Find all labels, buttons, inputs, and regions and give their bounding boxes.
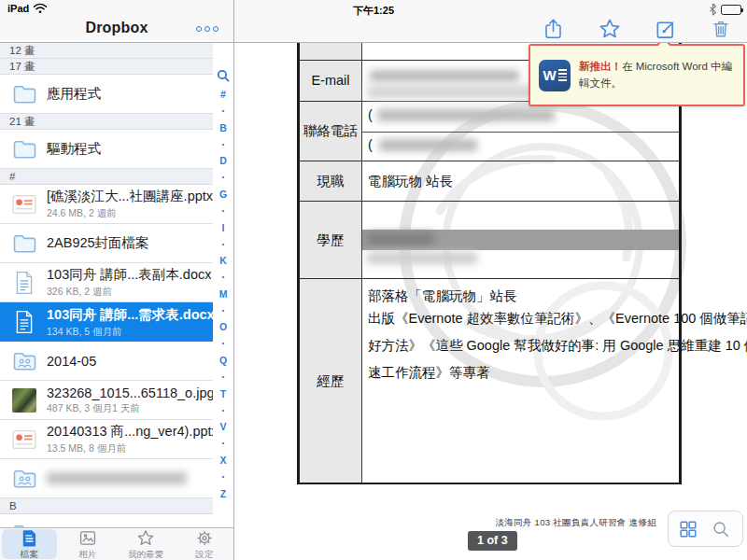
bluetooth-icon — [709, 3, 717, 16]
bottom-tab-bar: 檔案 相片 我的最愛 — [0, 527, 233, 560]
table-row-job: 現職 電腦玩物 站長 — [300, 161, 679, 202]
files-icon — [20, 528, 39, 548]
index-letter-G[interactable]: G — [219, 189, 227, 200]
folder-icon — [11, 136, 37, 162]
index-letter-K[interactable]: K — [219, 256, 227, 266]
index-letter-M[interactable]: M — [219, 289, 228, 300]
folder-icon — [11, 521, 37, 528]
list-item-shared-folder[interactable]: 2014-05 — [0, 342, 213, 381]
index-letter-B[interactable]: B — [219, 123, 227, 133]
index-dot[interactable]: • — [222, 307, 225, 315]
preview-controls — [668, 511, 743, 547]
list-item-folder[interactable]: Ballloon — [0, 514, 213, 527]
redacted-education-2 — [367, 252, 477, 264]
document-footer-text: 淡海同舟 103 社團負責人研習會 進修組 — [495, 517, 656, 529]
redacted-email — [370, 70, 519, 82]
delete-button[interactable] — [710, 17, 734, 41]
tab-photos[interactable]: 相片 — [61, 529, 116, 559]
index-dot[interactable]: • — [222, 373, 225, 381]
tab-settings[interactable]: 設定 — [177, 529, 233, 559]
sidebar-file-list: 12 畫 17 畫 應用程式 21 畫 驅動程式 # [礁溪淡江大...社團講座… — [0, 43, 233, 527]
status-bar: iPad 下午1:25 — [0, 0, 747, 19]
index-dot[interactable]: • — [222, 473, 225, 481]
gear-icon — [194, 528, 215, 548]
list-item-shared-folder-redacted[interactable] — [0, 459, 213, 498]
document-search-button[interactable] — [711, 518, 733, 540]
section-header: 21 畫 — [0, 114, 233, 130]
document-preview-pane: E-mail 聯絡電話 ( ( 現職 電腦玩物 — [234, 43, 747, 560]
table-row-experience: 經歷 部落格「電腦玩物」站長 出版《Evernote 超效率數位筆記術》、《Ev… — [300, 279, 679, 484]
clock: 下午1:25 — [0, 4, 747, 18]
section-header: 12 畫 — [0, 43, 233, 59]
top-bar: iPad 下午1:25 Dropbox — [0, 0, 747, 43]
microsoft-word-icon: W — [539, 60, 571, 91]
list-item-folder[interactable]: 應用程式 — [0, 75, 213, 114]
list-item-folder[interactable]: 驅動程式 — [0, 130, 213, 169]
alphabet-index: #•B•D•G•I•K•M•O•Q•T•V•X•Z — [213, 43, 233, 527]
document-file-icon — [11, 309, 37, 335]
experience-line-3: 好方法》《這些 Google 幫我做好的事: 用 Google 思維重建 10 … — [368, 332, 673, 359]
pane-divider — [233, 0, 234, 560]
phone-row-divider — [362, 132, 679, 133]
list-item-docx[interactable]: 103同舟 講師...表副本.docx 326 KB, 2 週前 — [0, 263, 213, 302]
index-letter-Q[interactable]: Q — [219, 356, 227, 366]
index-dot[interactable]: • — [222, 340, 225, 347]
page-indicator: 1 of 3 — [468, 531, 517, 551]
experience-line-2: 出版《Evernote 超效率數位筆記術》、《Evernote 100 個做筆記… — [368, 305, 673, 332]
redacted-education-1 — [367, 232, 434, 245]
photo-thumbnail — [11, 387, 37, 413]
list-item-docx-selected[interactable]: 103同舟 講師...需求表.docx 134 KB, 5 個月前 — [0, 302, 213, 342]
redacted-phone-1 — [377, 109, 555, 121]
index-letter-X[interactable]: X — [219, 455, 226, 466]
index-letter-O[interactable]: O — [219, 322, 227, 332]
favorite-star-button[interactable] — [598, 17, 622, 41]
presentation-file-icon — [11, 191, 37, 217]
share-button[interactable] — [542, 17, 566, 41]
index-dot[interactable]: • — [222, 141, 225, 148]
list-item-pptx[interactable]: [礁溪淡江大...社團講座.pptx 24.6 MB, 2 週前 — [0, 185, 213, 224]
index-dot[interactable]: • — [222, 174, 225, 181]
tab-files[interactable]: 檔案 — [2, 529, 57, 559]
resume-table: E-mail 聯絡電話 ( ( 現職 電腦玩物 — [297, 43, 682, 484]
index-letter-I[interactable]: I — [222, 223, 225, 233]
redacted-filename — [47, 472, 187, 484]
index-dot[interactable]: • — [222, 407, 225, 414]
section-header: # — [0, 169, 233, 185]
star-icon — [135, 528, 156, 548]
index-letter-V[interactable]: V — [219, 422, 226, 432]
status-icons — [709, 3, 741, 16]
document-toolbar — [542, 17, 734, 41]
index-dot[interactable]: • — [222, 273, 225, 281]
redacted-phone-2 — [379, 139, 477, 151]
index-letter-#[interactable]: # — [220, 90, 226, 100]
index-letter-Z[interactable]: Z — [220, 489, 226, 499]
more-options-button[interactable] — [196, 26, 218, 32]
shared-folder-icon — [11, 466, 37, 492]
edit-button[interactable] — [654, 17, 678, 41]
list-item-folder[interactable]: 2AB925封面檔案 — [0, 224, 213, 263]
redacted-email-2 — [367, 85, 552, 99]
table-row-education: 學歷 — [300, 202, 679, 279]
index-dot[interactable]: • — [222, 241, 225, 248]
table-row-phone: 聯絡電話 ( ( — [300, 102, 679, 161]
document-file-icon — [11, 270, 37, 296]
thumbnail-grid-button[interactable] — [678, 518, 700, 540]
list-item-photo[interactable]: 323268_1015...65118_o.jpg 487 KB, 3 個月1 … — [0, 381, 213, 420]
section-header: 17 畫 — [0, 59, 233, 75]
word-edit-tooltip[interactable]: W 新推出！在 Microsoft Word 中編輯文件。 — [529, 44, 745, 106]
list-item-pptx[interactable]: 20140313 商...ng_ver4).pptx 13.5 MB, 8 個月… — [0, 420, 213, 459]
shared-folder-icon — [11, 348, 37, 374]
tooltip-text: 新推出！在 Microsoft Word 中編輯文件。 — [579, 59, 735, 92]
index-dot[interactable]: • — [222, 207, 225, 215]
experience-line-4: 速工作流程》等專著 — [368, 359, 673, 386]
index-dot[interactable]: • — [222, 107, 225, 115]
presentation-file-icon — [11, 427, 37, 453]
search-icon[interactable] — [217, 69, 230, 82]
battery-icon — [721, 5, 741, 15]
index-dot[interactable]: • — [222, 440, 225, 447]
index-letter-T[interactable]: T — [220, 389, 226, 399]
section-header: B — [0, 498, 233, 514]
photos-icon — [78, 528, 98, 548]
index-letter-D[interactable]: D — [219, 156, 227, 166]
tab-favorites[interactable]: 我的最愛 — [119, 529, 174, 559]
